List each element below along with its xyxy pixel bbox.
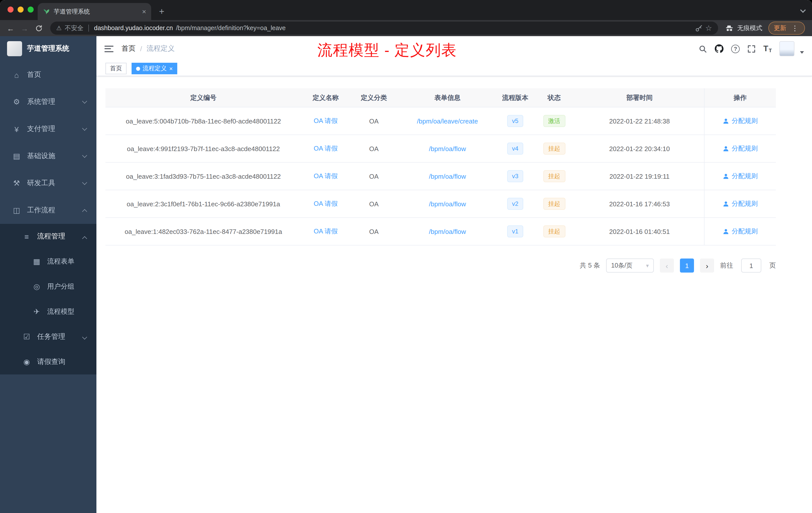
- url-host: dashboard.yudao.iocoder.cn: [94, 25, 173, 32]
- app-header: 首页 / 流程定义 流程模型 - 定义列表 ? TT: [96, 36, 812, 61]
- omnibox-divider: [89, 25, 89, 32]
- cell-definition-id: oa_leave:2:3c1f0ef1-76b1-11ec-9c66-a2380…: [106, 190, 301, 217]
- browser-window: 芋道管理系统 × + ← → ⚠ 不安全 dashboard.yudao.ioc…: [0, 0, 812, 513]
- browser-tab[interactable]: 芋道管理系统 ×: [38, 3, 151, 20]
- github-icon[interactable]: [715, 44, 724, 53]
- user-icon: [723, 118, 729, 124]
- menu-item-icon: ⚙: [11, 97, 22, 107]
- help-icon[interactable]: ?: [731, 44, 740, 53]
- prev-page-button[interactable]: ‹: [660, 259, 674, 273]
- sidebar-menu-item[interactable]: ◉ 请假查询: [0, 350, 96, 374]
- tag-close-icon[interactable]: ×: [169, 65, 173, 72]
- sidebar-menu-item[interactable]: ☑ 任务管理: [0, 324, 96, 350]
- select-caret-icon: ▾: [646, 262, 649, 269]
- form-link[interactable]: /bpm/oa/flow: [429, 173, 466, 180]
- col-header: 定义分类: [350, 88, 398, 107]
- breadcrumb-separator: /: [140, 45, 142, 53]
- col-header: 状态: [533, 88, 575, 107]
- password-key-icon[interactable]: [695, 24, 702, 32]
- app-title: 芋道管理系统: [27, 44, 69, 53]
- sidebar-submenu-item[interactable]: ✈ 流程模型: [0, 299, 96, 324]
- breadcrumb-current: 流程定义: [147, 44, 175, 53]
- menu-item-icon: ◎: [31, 282, 42, 291]
- sidebar-menu-item-process-mgmt[interactable]: ≡ 流程管理: [0, 224, 96, 249]
- page-number-button[interactable]: 1: [680, 259, 694, 273]
- security-warning-icon[interactable]: ⚠: [56, 25, 62, 32]
- sidebar-menu-item[interactable]: ▤ 基础设施: [0, 143, 96, 170]
- maximize-window-button[interactable]: [28, 6, 34, 12]
- new-tab-button[interactable]: +: [155, 5, 168, 18]
- definition-name-link[interactable]: OA 请假: [314, 117, 338, 125]
- tag-home[interactable]: 首页: [106, 63, 126, 74]
- definition-name-link[interactable]: OA 请假: [314, 172, 338, 181]
- update-chrome-button[interactable]: 更新 ⋮: [768, 22, 805, 35]
- browser-tab-strip: 芋道管理系统 × +: [0, 0, 812, 20]
- forward-button[interactable]: →: [18, 22, 31, 35]
- menu-item-icon: ⚒: [11, 179, 22, 188]
- cell-deploy-time: 2022-01-22 20:34:10: [575, 135, 704, 162]
- menu-item-label: 系统管理: [27, 97, 55, 107]
- definition-name-link[interactable]: OA 请假: [314, 199, 338, 208]
- assign-rule-button[interactable]: 分配规则: [723, 117, 758, 125]
- cell-category: OA: [350, 218, 398, 245]
- menu-item-icon: ◉: [21, 357, 32, 366]
- user-icon: [723, 228, 729, 235]
- sidebar-menu-item[interactable]: ¥ 支付管理: [0, 116, 96, 143]
- cell-version: v5: [497, 108, 533, 134]
- version-badge: v1: [507, 225, 523, 237]
- sidebar-submenu-item[interactable]: ◎ 用户分组: [0, 274, 96, 299]
- form-link[interactable]: /bpm/oa/flow: [429, 200, 466, 208]
- chevron-icon: [82, 126, 87, 131]
- form-link[interactable]: /bpm/oa/flow: [429, 228, 466, 235]
- sidebar-menu-item[interactable]: ⚒ 研发工具: [0, 170, 96, 197]
- assign-rule-button[interactable]: 分配规则: [723, 172, 758, 181]
- form-link[interactable]: /bpm/oa/leave/create: [417, 117, 478, 125]
- cell-form-info: /bpm/oa/flow: [398, 163, 497, 190]
- fullscreen-icon[interactable]: [747, 44, 756, 53]
- browser-menu-icon[interactable]: ⋮: [790, 24, 800, 32]
- minimize-window-button[interactable]: [18, 6, 24, 12]
- goto-page-input[interactable]: [741, 259, 761, 273]
- window-controls: [7, 6, 34, 12]
- tag-label: 首页: [110, 64, 122, 73]
- address-bar[interactable]: ⚠ 不安全 dashboard.yudao.iocoder.cn/bpm/man…: [50, 22, 718, 35]
- version-badge: v3: [507, 170, 523, 182]
- bookmark-star-icon[interactable]: ☆: [705, 24, 712, 33]
- sidebar-menu-item[interactable]: ⌂ 首页: [0, 61, 96, 88]
- tab-close-icon[interactable]: ×: [142, 8, 146, 15]
- menu-item-label: 工作流程: [27, 206, 55, 215]
- cell-actions: 分配规则: [704, 163, 776, 190]
- sidebar-menu-item[interactable]: ◫ 工作流程: [0, 197, 96, 224]
- page-size-select[interactable]: 10条/页 ▾: [606, 259, 654, 273]
- sidebar-submenu-item[interactable]: ▦ 流程表单: [0, 249, 96, 274]
- user-avatar[interactable]: [779, 41, 794, 56]
- goto-label: 前往: [720, 261, 733, 270]
- sidebar-menu-item[interactable]: ⚙ 系统管理: [0, 88, 96, 116]
- breadcrumb-home[interactable]: 首页: [121, 44, 136, 53]
- next-page-button[interactable]: ›: [700, 259, 714, 273]
- back-button[interactable]: ←: [4, 22, 17, 35]
- assign-rule-button[interactable]: 分配规则: [723, 144, 758, 153]
- pagination-bar: 共 5 条 10条/页 ▾ ‹ 1 › 前往 页: [106, 259, 776, 273]
- definition-name-link[interactable]: OA 请假: [314, 227, 338, 236]
- user-icon: [723, 145, 729, 152]
- incognito-label: 无痕模式: [737, 24, 762, 32]
- close-window-button[interactable]: [7, 6, 13, 12]
- reload-button[interactable]: [32, 22, 45, 35]
- status-badge: 挂起: [543, 170, 565, 182]
- incognito-icon: [725, 24, 734, 32]
- sidebar-collapse-icon[interactable]: [105, 46, 114, 52]
- assign-rule-button[interactable]: 分配规则: [723, 227, 758, 236]
- form-link[interactable]: /bpm/oa/flow: [429, 145, 466, 152]
- avatar-caret-icon[interactable]: [800, 51, 804, 54]
- cell-status: 挂起: [533, 218, 575, 245]
- search-icon[interactable]: [698, 44, 707, 53]
- tab-search-caret-icon[interactable]: [800, 7, 806, 13]
- assign-rule-button[interactable]: 分配规则: [723, 199, 758, 208]
- font-size-icon[interactable]: TT: [763, 44, 772, 53]
- definition-name-link[interactable]: OA 请假: [314, 144, 338, 153]
- tag-current[interactable]: 流程定义 ×: [132, 63, 177, 74]
- cell-definition-name: OA 请假: [301, 190, 350, 217]
- tag-label: 流程定义: [143, 64, 167, 73]
- cell-definition-name: OA 请假: [301, 135, 350, 162]
